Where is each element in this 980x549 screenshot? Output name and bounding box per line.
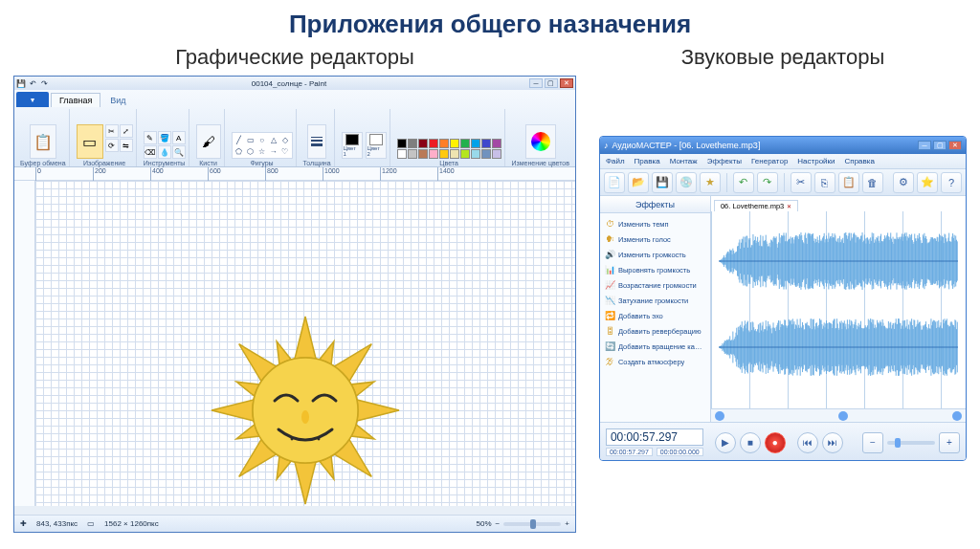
- palette-swatch[interactable]: [460, 149, 470, 159]
- fx-item[interactable]: 🔊Изменить громкость: [603, 247, 707, 262]
- fx-item[interactable]: 🔄Добавить вращение каналов: [603, 339, 707, 354]
- stop-button[interactable]: ■: [740, 432, 761, 453]
- palette-swatch[interactable]: [439, 149, 449, 159]
- palette-swatch[interactable]: [429, 149, 438, 159]
- delete-button[interactable]: 🗑: [862, 172, 883, 193]
- shapes-gallery[interactable]: ╱▭○△◇ ⬠⬡☆→♡: [232, 132, 293, 159]
- open-button[interactable]: 📂: [628, 172, 649, 193]
- save-button[interactable]: 💾: [652, 172, 673, 193]
- waveform-area[interactable]: [711, 211, 966, 422]
- menu-item[interactable]: Монтаж: [670, 157, 698, 165]
- palette-swatch[interactable]: [481, 139, 491, 148]
- brushes-button[interactable]: 🖌: [196, 124, 221, 159]
- menu-item[interactable]: Правка: [635, 157, 660, 165]
- palette-swatch[interactable]: [408, 149, 417, 159]
- audio-minimize-button[interactable]: ─: [918, 141, 931, 150]
- weight-button[interactable]: [307, 124, 326, 159]
- menu-item[interactable]: Файл: [606, 157, 625, 165]
- color-palette[interactable]: [397, 139, 501, 159]
- palette-swatch[interactable]: [471, 139, 480, 148]
- volume-slider[interactable]: [887, 441, 935, 445]
- close-tab-icon[interactable]: ✕: [787, 203, 791, 209]
- undo-icon[interactable]: ↶: [28, 78, 37, 88]
- palette-swatch[interactable]: [439, 139, 449, 148]
- redo-icon[interactable]: ↷: [39, 78, 49, 88]
- paste-button[interactable]: 📋: [30, 124, 56, 159]
- upgrade-button[interactable]: ⭐: [917, 172, 938, 193]
- palette-swatch[interactable]: [397, 139, 407, 148]
- minimize-button[interactable]: ─: [529, 78, 543, 88]
- palette-swatch[interactable]: [429, 139, 438, 148]
- close-button[interactable]: ✕: [560, 78, 573, 88]
- cd-button[interactable]: 💿: [676, 172, 697, 193]
- settings-button[interactable]: ⚙: [893, 172, 914, 193]
- menu-item[interactable]: Настройки: [797, 157, 835, 165]
- maximize-button[interactable]: ▢: [545, 78, 558, 88]
- menu-item[interactable]: Эффекты: [707, 157, 742, 165]
- app-menu-button[interactable]: ▾: [16, 92, 49, 107]
- picker-tool[interactable]: 💧: [158, 145, 171, 159]
- cut-button[interactable]: ✂: [791, 172, 812, 193]
- play-button[interactable]: ▶: [715, 432, 736, 453]
- fill-tool[interactable]: 🪣: [158, 131, 171, 144]
- fx-item[interactable]: 📊Выровнять громкость: [603, 262, 707, 277]
- fx-item[interactable]: 🔁Добавить эхо: [603, 308, 707, 323]
- palette-swatch[interactable]: [460, 139, 470, 148]
- palette-swatch[interactable]: [471, 149, 480, 159]
- resize-button[interactable]: ⤢: [120, 124, 133, 138]
- fx-item[interactable]: 🌫Создать атмосферу: [603, 354, 707, 369]
- audio-maximize-button[interactable]: ▢: [933, 141, 947, 150]
- zoom-out[interactable]: −: [496, 519, 501, 528]
- palette-swatch[interactable]: [481, 149, 491, 159]
- fx-item[interactable]: 📈Возрастание громкости: [603, 277, 707, 293]
- file-tab[interactable]: 06. Lovetheme.mp3 ✕: [714, 200, 798, 211]
- vol-up-button[interactable]: +: [939, 432, 960, 453]
- save-icon[interactable]: 💾: [16, 78, 26, 88]
- help-button[interactable]: ?: [941, 172, 962, 193]
- zoom-in[interactable]: +: [565, 519, 569, 528]
- fx-item[interactable]: 📉Затухание громкости: [603, 293, 707, 308]
- fx-label: Создать атмосферу: [618, 358, 684, 366]
- eraser-tool[interactable]: ⌫: [144, 145, 157, 159]
- audio-close-button[interactable]: ✕: [948, 141, 962, 150]
- new-file-button[interactable]: 📄: [604, 172, 625, 193]
- zoom-tool[interactable]: 🔍: [172, 145, 186, 159]
- palette-swatch[interactable]: [450, 139, 459, 148]
- canvas-area[interactable]: [35, 181, 575, 506]
- vol-down-button[interactable]: −: [862, 432, 883, 453]
- edit-colors-button[interactable]: [525, 124, 556, 159]
- palette-swatch[interactable]: [408, 139, 417, 148]
- prev-button[interactable]: ⏮: [797, 432, 818, 453]
- flip-button[interactable]: ⇋: [120, 139, 133, 152]
- palette-swatch[interactable]: [492, 139, 501, 148]
- tab-view[interactable]: Вид: [102, 94, 133, 107]
- palette-swatch[interactable]: [418, 139, 428, 148]
- fx-item[interactable]: 🎛Добавить реверберацию: [603, 323, 707, 339]
- menu-item[interactable]: Генератор: [751, 157, 788, 165]
- copy-button[interactable]: ⎘: [814, 172, 835, 193]
- palette-swatch[interactable]: [492, 149, 501, 159]
- palette-swatch[interactable]: [450, 149, 459, 159]
- zoom-slider[interactable]: [503, 522, 561, 526]
- color1-swatch[interactable]: Цвет 1: [342, 132, 363, 159]
- rotate-button[interactable]: ⟳: [105, 139, 119, 152]
- palette-swatch[interactable]: [397, 149, 407, 159]
- undo-button[interactable]: ↶: [733, 172, 754, 193]
- color2-swatch[interactable]: Цвет 2: [366, 132, 387, 159]
- select-button[interactable]: ▭: [77, 124, 103, 159]
- crop-button[interactable]: ✂: [105, 124, 119, 138]
- palette-swatch[interactable]: [418, 149, 428, 159]
- record-button[interactable]: ●: [765, 432, 786, 453]
- redo-button[interactable]: ↷: [757, 172, 778, 193]
- timeline[interactable]: [711, 408, 966, 422]
- menu-item[interactable]: Справка: [845, 157, 875, 165]
- text-tool[interactable]: A: [172, 131, 186, 144]
- next-button[interactable]: ⏭: [822, 432, 843, 453]
- favorite-button[interactable]: ★: [700, 172, 721, 193]
- fx-item[interactable]: 🗣Изменить голос: [603, 231, 707, 247]
- fx-item[interactable]: ⏱Изменить темп: [603, 216, 707, 231]
- tab-home[interactable]: Главная: [51, 93, 100, 107]
- pencil-tool[interactable]: ✎: [144, 131, 157, 144]
- group-shapes-label: Фигуры: [251, 159, 274, 166]
- paste-button[interactable]: 📋: [838, 172, 859, 193]
